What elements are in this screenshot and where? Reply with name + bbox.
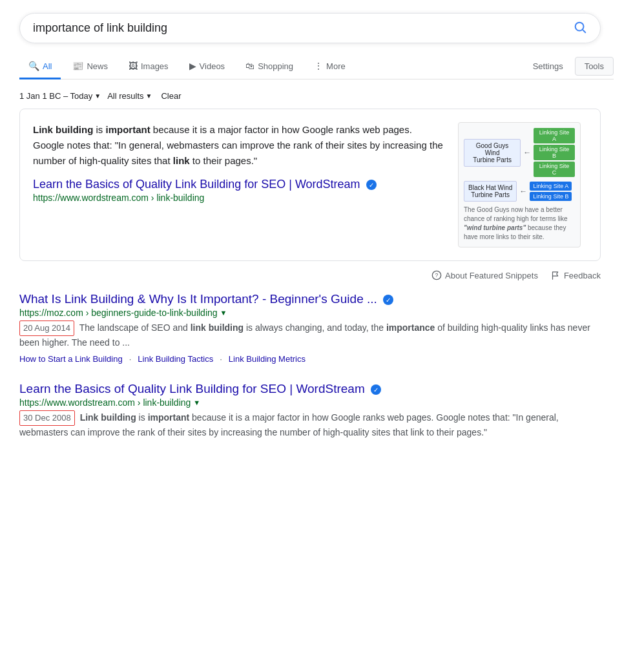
tab-news[interactable]: 📰 News (63, 54, 117, 79)
clear-filter-button[interactable]: Clear (161, 91, 181, 101)
svg-text:?: ? (435, 272, 439, 278)
good-guys-box: Good Guys WindTurbine Parts (464, 139, 521, 167)
result-2-title[interactable]: Learn the Basics of Quality Link Buildin… (19, 382, 601, 396)
snippet-actions: ? About Featured Snippets Feedback (19, 270, 601, 280)
videos-icon: ▶ (189, 61, 196, 71)
good-links: Linking Site A Linking Site B Linking Si… (534, 128, 575, 177)
result-2-url-row: https://www.wordstream.com › link-buildi… (19, 397, 601, 408)
tab-images[interactable]: 🖼 Images (119, 54, 178, 79)
date-range-filter[interactable]: 1 Jan 1 BC – Today ▼ (19, 91, 101, 101)
sitelink-1[interactable]: How to Start a Link Building (19, 354, 123, 364)
diagram-bad-guys-row: Black Hat WindTurbine Parts ← Linking Si… (464, 181, 575, 202)
about-featured-snippets-button[interactable]: ? About Featured Snippets (431, 270, 538, 280)
arrow-good: ← (523, 148, 531, 157)
snippet-diagram: Good Guys WindTurbine Parts ← Linking Si… (458, 122, 587, 247)
result-item-1: What Is Link Building & Why Is It Import… (19, 292, 601, 364)
snippet-bold1: Link building (33, 124, 93, 135)
diagram-good-guys-row: Good Guys WindTurbine Parts ← Linking Si… (464, 128, 575, 177)
verified-icon (366, 180, 377, 190)
tools-button[interactable]: Tools (575, 57, 614, 76)
all-results-filter[interactable]: All results ▼ (107, 91, 152, 101)
result-1-date: 20 Aug 2014 (19, 320, 74, 336)
filter-bar: 1 Jan 1 BC – Today ▼ All results ▼ Clear (19, 86, 614, 109)
result-1-sitelinks: How to Start a Link Building · Link Buil… (19, 354, 601, 364)
sitelink-2[interactable]: Link Building Tactics (138, 354, 213, 364)
news-icon: 📰 (72, 61, 83, 71)
bad-guys-box: Black Hat WindTurbine Parts (464, 181, 517, 202)
tab-shopping[interactable]: 🛍 Shopping (236, 54, 302, 79)
tab-more[interactable]: ⋮ More (305, 54, 355, 79)
snippet-body-text: Link building is important because it is… (33, 122, 445, 169)
snippet-bold3: link (173, 155, 190, 166)
caption-bold: "wind turbine parts" (464, 224, 526, 231)
result-2-snippet: 30 Dec 2008 Link building is important b… (19, 410, 601, 440)
results-arrow: ▼ (146, 92, 152, 100)
diagram-caption: The Good Guys now have a better chance o… (464, 205, 575, 242)
settings-link[interactable]: Settings (524, 55, 572, 78)
more-icon: ⋮ (314, 61, 323, 71)
result-2-url-dropdown[interactable]: ▼ (193, 399, 200, 406)
result-1-title[interactable]: What Is Link Building & Why Is It Import… (19, 292, 601, 306)
link-b-box: Linking Site B (534, 145, 575, 160)
shopping-icon: 🛍 (245, 61, 254, 71)
result-item-2: Learn the Basics of Quality Link Buildin… (19, 382, 601, 440)
snippet-result-url: https://www.wordstream.com › link-buildi… (33, 193, 445, 203)
search-input[interactable] (33, 21, 566, 35)
snippet-result-title[interactable]: Learn the Basics of Quality Link Buildin… (33, 178, 445, 191)
result-2-url: https://www.wordstream.com › link-buildi… (19, 397, 191, 408)
snippet-content: Link building is important because it is… (33, 122, 445, 247)
tab-videos[interactable]: ▶ Videos (180, 54, 234, 79)
bad-links: Linking Site A Linking Site B (530, 182, 572, 201)
result-1-url: https://moz.com › beginners-guide-to-lin… (19, 308, 218, 318)
link-a2-box: Linking Site A (530, 182, 572, 191)
link-c-box: Linking Site C (534, 162, 575, 177)
snippet-bold2: important (106, 124, 150, 135)
sitelink-3[interactable]: Link Building Metrics (229, 354, 306, 364)
images-icon: 🖼 (129, 61, 138, 71)
link-b2-box: Linking Site B (530, 192, 572, 201)
tab-all[interactable]: 🔍 All (19, 54, 61, 79)
nav-tabs: 🔍 All 📰 News 🖼 Images ▶ Videos 🛍 Shoppin… (19, 54, 614, 79)
feedback-button[interactable]: Feedback (551, 271, 601, 280)
svg-line-1 (583, 30, 585, 32)
arrow-bad: ← (519, 187, 527, 196)
date-range-arrow: ▼ (94, 92, 101, 100)
search-button[interactable] (573, 20, 587, 36)
result-1-url-dropdown[interactable]: ▼ (220, 309, 227, 317)
result-2-verified-icon (371, 384, 381, 395)
search-icon: 🔍 (28, 61, 39, 71)
featured-snippet: Link building is important because it is… (19, 109, 601, 261)
result-2-date: 30 Dec 2008 (19, 410, 75, 426)
link-a-box: Linking Site A (534, 128, 575, 143)
flag-icon (551, 271, 561, 280)
search-bar (19, 13, 601, 43)
result-1-verified-icon (383, 295, 393, 305)
result-1-snippet: 20 Aug 2014 The landscape of SEO and lin… (19, 320, 601, 350)
result-1-url-row: https://moz.com › beginners-guide-to-lin… (19, 308, 601, 318)
question-icon: ? (431, 270, 442, 280)
